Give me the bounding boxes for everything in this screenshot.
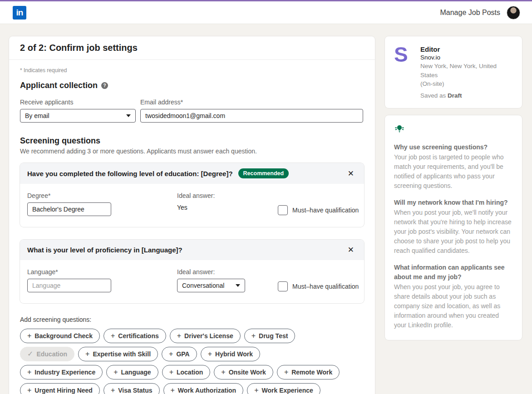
close-icon[interactable]: ✕ [345,245,357,255]
degree-label: Degree* [27,192,177,199]
add-question-chip[interactable]: +GPA [162,347,197,361]
language-field: Language* [27,268,177,292]
add-question-chip[interactable]: +Work Authorization [163,383,244,394]
ideal-answer-label: Ideal answer: [177,268,278,276]
faq-item: Will my network know that I'm hiring? Wh… [394,198,513,256]
ideal-answer-label: Ideal answer: [177,192,278,199]
app-header: in Manage Job Posts [0,1,532,24]
plus-icon: + [27,332,31,340]
language-input[interactable] [27,279,111,292]
screening-question-card-language: What is your level of proficiency in [La… [20,240,364,303]
faq-question: Why use screening questions? [394,143,513,152]
required-note: * Indicates required [20,67,364,74]
must-have-label: Must–have qualification [292,283,359,290]
plus-icon: + [111,387,115,394]
chip-label: Location [177,369,203,376]
job-worktype: (On-site) [420,79,513,89]
add-question-chip[interactable]: +Onsite Work [214,365,273,379]
must-have-group: Must–have qualification [278,280,359,292]
add-question-chip[interactable]: +Hybrid Work [201,347,260,361]
ideal-answer-value: Conversational [182,282,224,289]
plus-icon: + [208,350,212,358]
chip-label: Language [121,369,151,376]
saved-state: Draft [448,92,462,99]
plus-icon: + [177,332,181,340]
add-question-chip[interactable]: +Remote Work [277,365,340,379]
manage-job-posts-link[interactable]: Manage Job Posts [440,9,500,17]
must-have-checkbox[interactable] [278,205,288,215]
screening-question-card-education: Have you completed the following level o… [20,163,364,227]
receive-applicants-label: Receive applicants [20,98,136,106]
job-summary-card: S Editor Snov.io New York, New York, Uni… [385,36,522,108]
plus-icon: + [171,387,175,394]
must-have-checkbox[interactable] [278,281,288,291]
screening-questions-subheading: We recommend adding 3 or more questions.… [20,148,364,155]
chip-label: Urgent Hiring Need [34,387,93,394]
company-logo: S [394,45,413,65]
add-question-chip[interactable]: +Certifications [103,329,166,343]
chip-label: Work Experience [262,387,313,394]
chip-label: Certifications [118,332,158,340]
check-icon: ✓ [27,350,33,358]
add-question-chip[interactable]: +Expertise with Skill [78,347,158,361]
receive-applicants-select[interactable]: By email [20,109,136,123]
add-question-chip[interactable]: +Language [106,365,158,379]
degree-field: Degree* [27,192,177,216]
receive-applicants-value: By email [25,112,49,119]
recommended-badge: Recommended [238,168,289,178]
job-title: Editor [420,45,513,53]
add-question-chip[interactable]: +Urgent Hiring Need [20,383,100,394]
plus-icon: + [85,350,89,358]
chip-label: Drug Test [259,332,288,340]
help-icon[interactable]: ? [101,82,108,89]
plus-icon: + [254,387,258,394]
job-location: New York, New York, United States [420,62,513,79]
language-label: Language* [27,268,177,276]
plus-icon: + [111,332,115,340]
add-question-chip[interactable]: +Driver's License [170,329,241,343]
plus-icon: + [27,387,31,394]
add-question-chip[interactable]: +Location [162,365,211,379]
faq-answer: Your job post is targeted to people who … [394,153,513,191]
question-text: What is your level of proficiency in [La… [27,246,182,254]
ideal-answer-field: Ideal answer: Yes [177,192,278,216]
chip-label: Work Authorization [178,387,236,394]
plus-icon: + [169,369,173,376]
chip-label: Education [36,350,67,358]
applicant-collection-heading: Applicant collection [20,81,98,90]
screening-questions-heading: Screening questions [20,136,364,146]
ideal-answer-value: Yes [177,204,278,211]
receive-applicants-field: Receive applicants By email [20,98,136,123]
email-address-field: Email address* [140,98,363,123]
add-question-chip[interactable]: +Industry Experience [20,365,103,379]
add-question-chips: +Background Check+Certifications+Driver'… [20,329,364,394]
sidebar: S Editor Snov.io New York, New York, Uni… [385,36,522,340]
add-question-chip[interactable]: +Visa Status [103,383,160,394]
faq-question: Will my network know that I'm hiring? [394,198,513,207]
faq-answer: When you post your job, we'll notify you… [394,208,513,256]
chip-label: Industry Experience [34,369,95,376]
linkedin-logo[interactable]: in [13,6,26,20]
chip-label: Hybrid Work [215,350,253,358]
plus-icon: + [284,369,288,376]
chip-label: Remote Work [291,369,332,376]
ideal-answer-select[interactable]: Conversational [177,279,245,292]
user-avatar[interactable] [507,6,520,20]
chip-label: GPA [176,350,189,358]
question-text: Have you completed the following level o… [27,170,233,177]
plus-icon: + [169,350,173,358]
degree-input[interactable] [27,202,111,216]
chevron-down-icon [236,284,240,287]
close-icon[interactable]: ✕ [345,169,357,178]
tips-card: Why use screening questions? Your job po… [385,115,522,340]
saved-status: Saved as Draft [420,92,513,99]
email-address-input[interactable] [140,109,363,123]
add-question-chip[interactable]: +Background Check [20,329,100,343]
faq-item: What information can applicants see abou… [394,263,513,330]
add-question-chip[interactable]: +Drug Test [244,329,296,343]
plus-icon: + [221,369,225,376]
add-question-chip[interactable]: +Work Experience [247,383,320,394]
chip-label: Expertise with Skill [93,350,151,358]
add-screening-questions-label: Add screening questions: [20,316,364,323]
email-address-label: Email address* [140,98,363,106]
